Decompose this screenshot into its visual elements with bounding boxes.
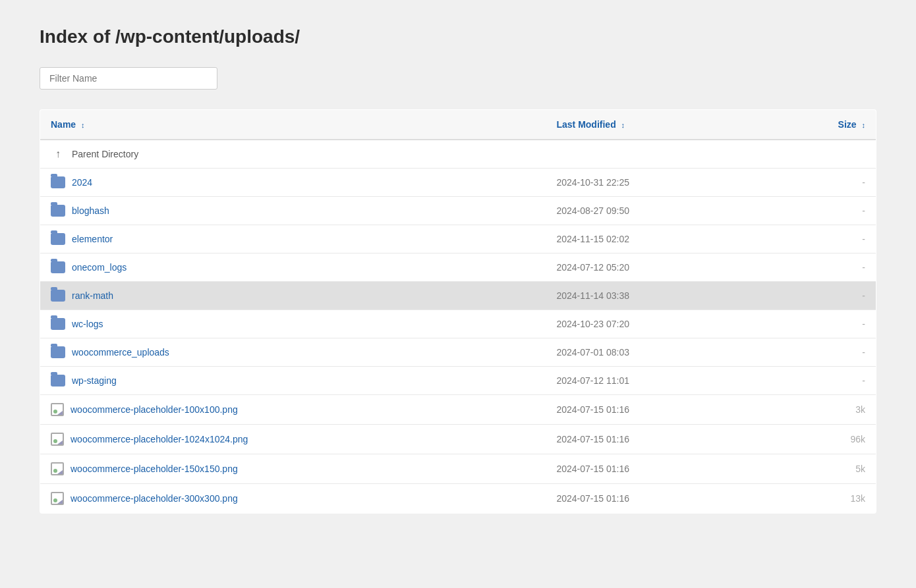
- parent-directory-label: Parent Directory: [72, 149, 138, 159]
- cell-size: -: [763, 282, 876, 310]
- file-link[interactable]: onecom_logs: [72, 262, 127, 273]
- cell-modified: 2024-07-12 11:01: [546, 367, 763, 395]
- image-icon: [51, 492, 64, 505]
- page-title: Index of /wp-content/uploads/: [40, 26, 876, 47]
- name-sort-icon: ↕: [81, 121, 85, 129]
- cell-size: -: [763, 310, 876, 338]
- cell-modified: 2024-10-31 22:25: [546, 169, 763, 197]
- size-sort-icon: ↕: [862, 121, 866, 129]
- modified-sort-icon: ↕: [621, 121, 625, 129]
- cell-modified: 2024-07-15 01:16: [546, 484, 763, 514]
- table-row: bloghash 2024-08-27 09:50 -: [40, 197, 876, 225]
- file-link[interactable]: woocommerce_uploads: [72, 347, 169, 358]
- filter-input[interactable]: [40, 67, 217, 90]
- cell-name: bloghash: [40, 197, 546, 225]
- file-link[interactable]: elementor: [72, 234, 113, 244]
- folder-icon: [51, 176, 65, 188]
- cell-size: -: [763, 254, 876, 282]
- folder-icon: [51, 318, 65, 330]
- image-icon: [51, 433, 64, 446]
- file-table: Name ↕ Last Modified ↕ Size ↕ ↑ Parent D…: [40, 109, 876, 514]
- cell-modified: 2024-07-01 08:03: [546, 338, 763, 367]
- file-link[interactable]: bloghash: [72, 205, 109, 216]
- cell-size: [763, 140, 876, 169]
- folder-icon: [51, 205, 65, 217]
- cell-modified: 2024-07-12 05:20: [546, 254, 763, 282]
- table-row: woocommerce_uploads 2024-07-01 08:03 -: [40, 338, 876, 367]
- cell-modified: 2024-10-23 07:20: [546, 310, 763, 338]
- table-row: elementor 2024-11-15 02:02 -: [40, 225, 876, 254]
- folder-icon: [51, 290, 65, 302]
- cell-name: wc-logs: [40, 310, 546, 338]
- table-row: woocommerce-placeholder-300x300.png 2024…: [40, 484, 876, 514]
- table-row: wc-logs 2024-10-23 07:20 -: [40, 310, 876, 338]
- cell-size: 3k: [763, 395, 876, 425]
- table-row: woocommerce-placeholder-150x150.png 2024…: [40, 454, 876, 484]
- cell-modified: [546, 140, 763, 169]
- cell-size: -: [763, 225, 876, 254]
- file-link[interactable]: 2024: [72, 177, 92, 188]
- cell-size: 13k: [763, 484, 876, 514]
- cell-modified: 2024-11-15 02:02: [546, 225, 763, 254]
- col-header-modified[interactable]: Last Modified ↕: [546, 110, 763, 140]
- file-link[interactable]: woocommerce-placeholder-100x100.png: [71, 404, 238, 415]
- image-icon: [51, 462, 64, 475]
- cell-name: woocommerce-placeholder-100x100.png: [40, 395, 546, 425]
- table-row: onecom_logs 2024-07-12 05:20 -: [40, 254, 876, 282]
- table-row: 2024 2024-10-31 22:25 -: [40, 169, 876, 197]
- cell-name: elementor: [40, 225, 546, 254]
- table-row: woocommerce-placeholder-100x100.png 2024…: [40, 395, 876, 425]
- file-link[interactable]: wp-staging: [72, 375, 117, 386]
- cell-size: 5k: [763, 454, 876, 484]
- cell-modified: 2024-07-15 01:16: [546, 425, 763, 454]
- cell-name: ↑ Parent Directory: [40, 140, 546, 169]
- folder-icon: [51, 375, 65, 387]
- file-link[interactable]: wc-logs: [72, 319, 103, 329]
- table-row: rank-math 2024-11-14 03:38 -: [40, 282, 876, 310]
- folder-icon: [51, 261, 65, 273]
- file-link[interactable]: woocommerce-placeholder-1024x1024.png: [71, 434, 248, 444]
- cell-size: -: [763, 169, 876, 197]
- table-body: ↑ Parent Directory 2024 2024-10-31 22:25…: [40, 140, 876, 514]
- cell-size: -: [763, 197, 876, 225]
- cell-modified: 2024-08-27 09:50: [546, 197, 763, 225]
- cell-modified: 2024-11-14 03:38: [546, 282, 763, 310]
- cell-modified: 2024-07-15 01:16: [546, 454, 763, 484]
- cell-name: onecom_logs: [40, 254, 546, 282]
- table-row: wp-staging 2024-07-12 11:01 -: [40, 367, 876, 395]
- cell-size: -: [763, 367, 876, 395]
- cell-size: 96k: [763, 425, 876, 454]
- file-link[interactable]: woocommerce-placeholder-150x150.png: [71, 464, 238, 474]
- cell-name: rank-math: [40, 282, 546, 310]
- table-row: woocommerce-placeholder-1024x1024.png 20…: [40, 425, 876, 454]
- col-header-size[interactable]: Size ↕: [763, 110, 876, 140]
- file-link[interactable]: rank-math: [72, 290, 113, 301]
- cell-name: woocommerce-placeholder-150x150.png: [40, 454, 546, 484]
- folder-icon: [51, 346, 65, 358]
- cell-name: woocommerce_uploads: [40, 338, 546, 367]
- col-header-name[interactable]: Name ↕: [40, 110, 546, 140]
- image-icon: [51, 403, 64, 416]
- cell-name: woocommerce-placeholder-300x300.png: [40, 484, 546, 514]
- cell-name: wp-staging: [40, 367, 546, 395]
- table-header: Name ↕ Last Modified ↕ Size ↕: [40, 110, 876, 140]
- cell-name: 2024: [40, 169, 546, 197]
- table-row: ↑ Parent Directory: [40, 140, 876, 169]
- cell-name: woocommerce-placeholder-1024x1024.png: [40, 425, 546, 454]
- file-link[interactable]: woocommerce-placeholder-300x300.png: [71, 493, 238, 504]
- parent-icon: ↑: [51, 148, 65, 160]
- cell-modified: 2024-07-15 01:16: [546, 395, 763, 425]
- folder-icon: [51, 233, 65, 245]
- cell-size: -: [763, 338, 876, 367]
